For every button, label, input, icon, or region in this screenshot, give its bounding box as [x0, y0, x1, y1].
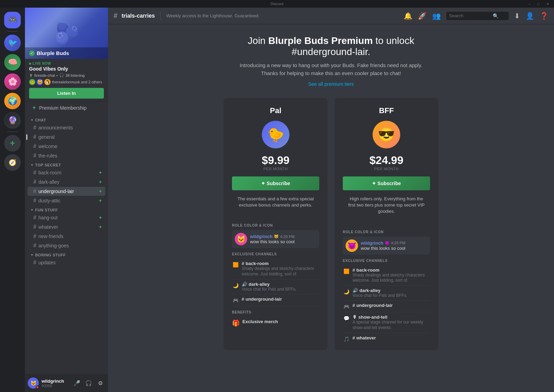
role-message-bff: wildgrinch 😈 4:20 PM wow this looks so c… — [361, 240, 405, 251]
members-icon[interactable]: 👥 — [432, 12, 441, 20]
user-bar: 🐱 wildgrinch #0000 🎤 🎧 ⚙ — [25, 374, 108, 392]
minimize-button[interactable]: – — [526, 1, 533, 7]
premium-badge: ✦ — [98, 179, 102, 185]
hash-icon: # — [33, 179, 36, 185]
premium-content: Join Blurple Buds Premium to unlock #und… — [108, 24, 554, 392]
tier-pal-desc: The essentials and a few extra special e… — [232, 196, 319, 214]
app-title: Discord — [270, 2, 283, 6]
channel-dusty-attic[interactable]: # dusty-attic ✦ — [28, 196, 105, 205]
premium-membership-item[interactable]: ✦ Premium Membership — [28, 102, 105, 113]
tier-bff-features: ROLE COLOR & ICON 😈 wildgrinch 😈 4:20 PM… — [334, 230, 438, 350]
search-bar[interactable]: 🔍 — [446, 12, 509, 20]
role-author: wildgrinch 😺 4:20 PM — [250, 234, 295, 239]
exc-bff-underground-lair: 🎮 # underground-lair — [343, 301, 430, 312]
channel-whatever[interactable]: # whatever ✦ — [28, 222, 105, 231]
premium-headline: Join Blurple Buds Premium to unlock #und… — [122, 35, 540, 57]
bell-icon[interactable]: 🔔 — [404, 12, 412, 20]
tier-bff-avatar: 😎 — [373, 121, 400, 148]
headline-suffix: to unlock — [373, 35, 414, 46]
server-icon-4[interactable]: 🌍 — [4, 93, 21, 109]
channels-section-title-bff: EXCLUSIVE CHANNELS — [343, 259, 430, 263]
discover-servers-button[interactable]: 🧭 — [4, 154, 21, 171]
premium-badge: ✦ — [98, 224, 102, 230]
server-icon-5[interactable]: 🔮 — [4, 112, 21, 129]
exc-channel-back-room: 🟧 # back-room Shady dealings and sketchy… — [232, 259, 319, 279]
search-input[interactable] — [449, 13, 491, 18]
exc-channel-desc: Shady dealings and sketchy characters we… — [352, 273, 430, 283]
speaker-icon: 🔊 — [242, 282, 247, 287]
active-indicator — [26, 134, 27, 140]
hash-icon: # — [352, 335, 355, 340]
live-avatar-1: 🐸 — [29, 79, 35, 85]
tier-bff-period: PER MONTH — [343, 167, 430, 171]
main-content: # trials-carries Weekly access to the Li… — [108, 8, 554, 392]
server-icon-3[interactable]: 🌸 — [4, 73, 21, 90]
section-header-fun-stuff[interactable]: ▼ FUN STUFF — [25, 207, 108, 213]
channel-section-top-secret: ▼ TOP SECRET # back-room ✦ # dark-alley … — [25, 162, 108, 205]
tier-bff-header: BFF 😎 $24.99 PER MONTH ✦ Subscribe High … — [334, 98, 438, 226]
exc-channel-info: 🎙 show-and-tell A special stage channel … — [352, 314, 430, 330]
channel-welcome[interactable]: # welcome — [28, 142, 105, 151]
channel-new-friends[interactable]: # new-friends — [28, 232, 105, 241]
subscribe-bff-button[interactable]: ✦ Subscribe — [343, 176, 430, 190]
boost-icon[interactable]: 🚀 — [418, 12, 427, 20]
benefits-section-title: BENEFITS — [232, 310, 319, 314]
exc-channel-dark-alley: 🌙 🔊 dark-alley Voice chat for Pals and B… — [232, 280, 319, 295]
role-msg-text: wow this looks so cool — [250, 239, 295, 244]
exc-channel-desc: Voice chat for Pals and BFFs. — [242, 287, 296, 292]
topbar-channel-desc: Weekly access to the Lighthouse. Guarant… — [166, 13, 400, 18]
channel-the-rules[interactable]: # the-rules — [28, 151, 105, 160]
close-button[interactable]: ✕ — [544, 1, 551, 7]
channel-announcements[interactable]: # announcements — [28, 123, 105, 132]
user-info: wildgrinch #0000 — [42, 379, 69, 388]
deafen-button[interactable]: 🎧 — [84, 378, 93, 388]
profile-icon[interactable]: 👤 — [526, 12, 534, 20]
channel-hang-out[interactable]: # hang-out ✦ — [28, 213, 105, 222]
help-icon[interactable]: ❓ — [540, 12, 548, 20]
hash-icon: # — [33, 243, 36, 249]
exc-channel-name: # underground-lair — [352, 303, 393, 308]
listen-in-button[interactable]: Listen In — [29, 88, 104, 99]
hash-icon: # — [33, 170, 36, 176]
maximize-button[interactable]: □ — [535, 1, 542, 7]
channel-general[interactable]: # general — [28, 133, 105, 142]
exc-channel-desc: A special stage channel for our weekly s… — [352, 320, 430, 330]
channel-updates[interactable]: # updates — [28, 258, 105, 267]
live-title: Good Vibes Only — [29, 66, 104, 72]
exc-channel-name: 🔊 dark-alley — [242, 282, 296, 287]
channel-back-room[interactable]: # back-room ✦ — [28, 168, 105, 177]
settings-button[interactable]: ⚙ — [96, 378, 105, 388]
premium-membership-label: Premium Membership — [39, 105, 87, 111]
hash-icon: # — [33, 233, 36, 239]
add-server-button[interactable]: + — [4, 135, 21, 152]
download-icon[interactable]: ⬇ — [514, 12, 520, 20]
hash-icon: # — [33, 153, 36, 159]
see-all-tiers-link[interactable]: See all premium tiers — [308, 81, 354, 87]
channel-anything-goes[interactable]: # anything-goes — [28, 241, 105, 250]
mute-button[interactable]: 🎤 — [72, 378, 82, 388]
server-icon-1[interactable]: 🐦 — [4, 35, 21, 51]
channel-name: welcome — [38, 144, 57, 149]
role-section-title-bff: ROLE COLOR & ICON — [343, 230, 430, 234]
section-header-boring-stuff[interactable]: ▼ BORING STUFF — [25, 252, 108, 258]
channel-dark-alley[interactable]: # dark-alley ✦ — [28, 177, 105, 186]
channels-section-title: EXCLUSIVE CHANNELS — [232, 252, 319, 256]
premium-star-icon: ✦ — [32, 104, 36, 111]
subscribe-pal-button[interactable]: ✦ Subscribe — [232, 176, 319, 190]
channel-underground-lair[interactable]: # underground-lair ✦ — [28, 187, 105, 196]
server-divider-2 — [7, 131, 18, 132]
tier-pal-header: Pal 🐤 $9.99 PER MONTH ✦ Subscribe The es… — [224, 98, 328, 219]
server-list: 🎮 🐦 🧠 🌸 🌍 🔮 + 🧭 — [0, 8, 25, 392]
exc-channel-icon: 💬 — [343, 315, 350, 322]
section-header-chat[interactable]: ▼ CHAT — [25, 117, 108, 123]
chevron-icon: ▼ — [30, 163, 34, 167]
channel-name: updates — [38, 260, 56, 265]
channel-sidebar: 🫐 ✓ Blurple Buds LIVE NOW Good Vibes Onl… — [25, 8, 108, 392]
server-icon-home[interactable]: 🎮 — [4, 12, 21, 28]
section-header-top-secret[interactable]: ▼ TOP SECRET — [25, 162, 108, 168]
exc-channel-icon: 🎮 — [343, 303, 350, 310]
exc-channel-name: # whatever — [352, 335, 376, 340]
server-icon-2[interactable]: 🧠 — [4, 54, 21, 71]
exc-channel-info: # back-room Shady dealings and sketchy c… — [352, 267, 430, 283]
server-header[interactable]: 🫐 ✓ Blurple Buds — [25, 8, 108, 59]
